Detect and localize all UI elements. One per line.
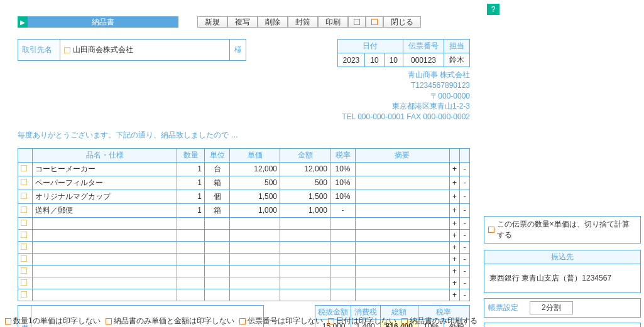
staff-name[interactable]: 鈴木 — [444, 53, 470, 67]
checkbox-icon[interactable] — [239, 318, 246, 324]
help-button[interactable]: ? — [487, 4, 499, 15]
form-setting-value[interactable]: 2分割 — [530, 301, 573, 314]
item-unit[interactable]: 箱 — [205, 176, 230, 190]
item-price[interactable]: 1,500 — [230, 190, 280, 203]
print-button[interactable]: 印刷 — [318, 16, 348, 28]
table-row[interactable]: オリジナルマグカップ 1 個 1,500 1,500 10% + - — [18, 190, 470, 203]
row-lookup-icon[interactable] — [21, 279, 27, 286]
item-price[interactable]: 12,000 — [230, 162, 280, 176]
remove-row-button[interactable]: - — [460, 162, 470, 176]
item-qty[interactable]: 1 — [177, 176, 205, 190]
table-row[interactable]: + - — [18, 253, 470, 265]
add-row-button[interactable]: + — [449, 241, 459, 253]
item-unit[interactable]: 箱 — [205, 203, 230, 217]
table-row[interactable]: ペーパーフィルター 1 箱 500 500 10% + - — [18, 176, 470, 190]
item-note[interactable] — [356, 229, 450, 241]
expand-button[interactable]: ▶ — [18, 16, 28, 28]
item-unit[interactable]: 個 — [205, 190, 230, 203]
slip-number[interactable]: 000123 — [403, 53, 444, 67]
item-unit[interactable]: 台 — [205, 162, 230, 176]
item-tax[interactable]: 10% — [330, 162, 356, 176]
item-tax[interactable] — [330, 277, 356, 289]
item-qty[interactable] — [177, 217, 205, 229]
item-note[interactable] — [356, 277, 450, 289]
template-option[interactable]: ひな形 — [484, 323, 641, 327]
item-name[interactable] — [33, 265, 177, 277]
item-unit[interactable] — [205, 265, 230, 277]
add-row-button[interactable]: + — [449, 176, 459, 190]
item-qty[interactable]: 1 — [177, 162, 205, 176]
calc-option[interactable]: この伝票の数量×単価は、切り捨て計算する — [484, 216, 641, 244]
date-day[interactable]: 10 — [384, 53, 403, 67]
item-name[interactable] — [33, 289, 177, 301]
item-qty[interactable]: 1 — [177, 190, 205, 203]
item-qty[interactable] — [177, 289, 205, 301]
item-name[interactable] — [33, 229, 177, 241]
envelope-button[interactable]: 封筒 — [288, 16, 318, 28]
item-qty[interactable] — [177, 229, 205, 241]
table-row[interactable]: + - — [18, 229, 470, 241]
bank-info[interactable]: 東西銀行 東青山支店（普）1234567 — [484, 264, 640, 292]
table-row[interactable]: + - — [18, 217, 470, 229]
customer-field[interactable]: 山田商会株式会社 — [60, 39, 230, 61]
item-tax[interactable] — [330, 217, 356, 229]
delete-button[interactable]: 削除 — [258, 16, 288, 28]
item-price[interactable] — [230, 253, 280, 265]
lookup-icon[interactable] — [64, 47, 70, 53]
item-name[interactable]: オリジナルマグカップ — [33, 190, 177, 203]
item-unit[interactable] — [205, 277, 230, 289]
copy-icon-button[interactable] — [348, 16, 366, 28]
remove-row-button[interactable]: - — [460, 176, 470, 190]
checkbox-icon[interactable] — [5, 318, 11, 324]
row-lookup-icon[interactable] — [21, 267, 27, 274]
footer-checkbox[interactable]: 伝票番号は印字しない — [239, 316, 323, 326]
checkbox-icon[interactable] — [488, 227, 494, 233]
item-price[interactable]: 1,000 — [230, 203, 280, 217]
remove-row-button[interactable]: - — [460, 277, 470, 289]
footer-checkbox[interactable]: 日付は印字しない — [328, 316, 396, 326]
item-unit[interactable] — [205, 253, 230, 265]
add-row-button[interactable]: + — [449, 203, 459, 217]
remove-row-button[interactable]: - — [460, 203, 470, 217]
new-button[interactable]: 新規 — [197, 16, 227, 28]
checkbox-icon[interactable] — [106, 318, 112, 324]
table-row[interactable]: 送料／郵便 1 箱 1,000 1,000 - + - — [18, 203, 470, 217]
footer-checkbox[interactable]: 納品書のみ印刷する — [401, 316, 478, 326]
item-tax[interactable]: 10% — [330, 176, 356, 190]
item-name[interactable]: 送料／郵便 — [33, 203, 177, 217]
table-row[interactable]: コーヒーメーカー 1 台 12,000 12,000 10% + - — [18, 162, 470, 176]
add-row-button[interactable]: + — [449, 277, 459, 289]
add-row-button[interactable]: + — [449, 190, 459, 203]
row-lookup-icon[interactable] — [21, 179, 27, 185]
item-name[interactable]: ペーパーフィルター — [33, 176, 177, 190]
item-unit[interactable] — [205, 229, 230, 241]
close-button[interactable]: 閉じる — [383, 16, 421, 28]
item-price[interactable] — [230, 289, 280, 301]
item-qty[interactable] — [177, 241, 205, 253]
item-note[interactable] — [356, 253, 450, 265]
item-tax[interactable] — [330, 241, 356, 253]
remove-row-button[interactable]: - — [460, 241, 470, 253]
item-note[interactable] — [356, 176, 450, 190]
footer-checkbox[interactable]: 数量1の単価は印字しない — [5, 316, 101, 326]
item-price[interactable] — [230, 277, 280, 289]
item-tax[interactable] — [330, 229, 356, 241]
item-qty[interactable] — [177, 277, 205, 289]
item-qty[interactable] — [177, 265, 205, 277]
copy-button[interactable]: 複写 — [227, 16, 258, 28]
remove-row-button[interactable]: - — [460, 265, 470, 277]
item-note[interactable] — [356, 203, 450, 217]
item-name[interactable]: コーヒーメーカー — [33, 162, 177, 176]
item-name[interactable] — [33, 253, 177, 265]
item-tax[interactable] — [330, 253, 356, 265]
paste-icon-button[interactable] — [366, 16, 383, 28]
table-row[interactable]: + - — [18, 265, 470, 277]
item-tax[interactable]: 10% — [330, 190, 356, 203]
row-lookup-icon[interactable] — [21, 291, 27, 298]
checkbox-icon[interactable] — [401, 318, 408, 324]
item-note[interactable] — [356, 289, 450, 301]
item-price[interactable]: 500 — [230, 176, 280, 190]
item-unit[interactable] — [205, 241, 230, 253]
date-month[interactable]: 10 — [365, 53, 384, 67]
item-tax[interactable]: - — [330, 203, 356, 217]
